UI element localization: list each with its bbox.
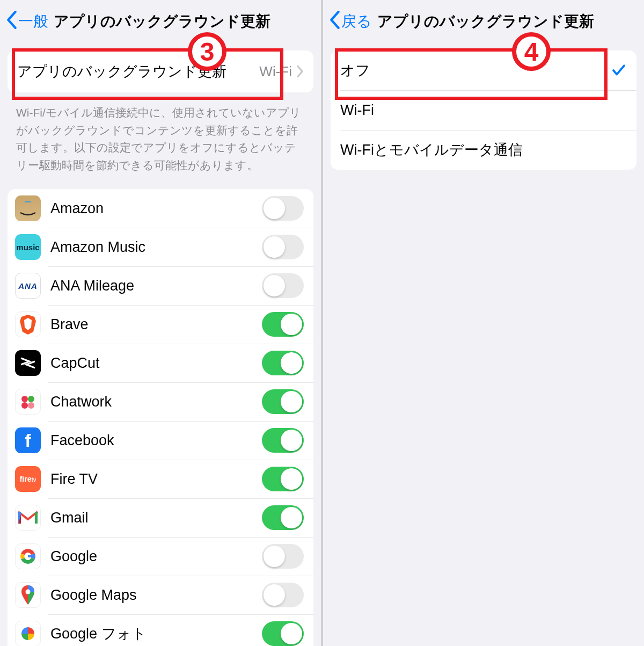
svg-point-3 [21,402,28,409]
app-row: Google フォト [8,614,313,646]
row-value: Wi-Fi [259,63,292,80]
chevron-left-icon [6,11,18,33]
background-refresh-row[interactable]: アプリのバックグラウンド更新 Wi-Fi [8,50,313,92]
app-name: CapCut [50,355,262,372]
section-footer: Wi-Fi/モバイル通信接続中に、使用されていないアプリがバックグラウンドでコン… [0,100,321,182]
svg-point-1 [21,396,28,402]
app-name: Amazon Music [50,239,262,256]
firetv-icon: firetv [15,466,41,492]
amazonmusic-icon: music [15,234,41,260]
main-section: アプリのバックグラウンド更新 Wi-Fi [8,50,313,92]
app-row: Brave [8,305,313,344]
svg-rect-7 [28,555,35,557]
app-list: AmazonmusicAmazon MusicANAANA MileageBra… [8,189,313,646]
option-label: オフ [340,61,611,80]
app-row: CapCut [8,344,313,382]
capcut-icon [15,350,41,376]
option-row[interactable]: Wi-Fi [331,90,636,130]
checkmark-icon [611,62,627,78]
app-row: fFacebook [8,421,313,460]
option-row[interactable]: Wi-Fiとモバイルデータ通信 [331,130,636,170]
googlephotos-icon [15,621,41,646]
toggle-switch[interactable] [262,351,304,375]
nav-bar: 一般 アプリのバックグラウンド更新 [0,0,321,43]
amazon-icon [15,195,41,221]
app-row: ANAANA Mileage [8,266,313,305]
app-name: Gmail [50,510,262,526]
app-name: Google フォト [50,624,262,643]
facebook-icon: f [15,427,41,453]
chevron-left-icon [330,11,341,33]
svg-point-4 [28,402,34,409]
app-name: Fire TV [50,471,262,488]
nav-bar: 戻る アプリのバックグラウンド更新 [323,0,644,43]
toggle-switch[interactable] [262,196,304,221]
option-row[interactable]: オフ [331,50,636,90]
back-button[interactable]: 一般 [6,11,48,33]
back-button[interactable]: 戻る [330,11,372,33]
page-title: アプリのバックグラウンド更新 [54,11,270,32]
app-row: Amazon [8,189,313,228]
app-name: Amazon [50,200,262,217]
chatwork-icon [15,389,41,415]
toggle-switch[interactable] [262,428,304,453]
app-name: Google Maps [50,587,262,604]
app-name: Google [50,548,262,565]
ana-icon: ANA [15,273,41,299]
brave-icon [15,311,41,337]
toggle-switch[interactable] [262,467,304,491]
toggle-switch[interactable] [262,312,304,337]
app-name: ANA Mileage [50,278,262,294]
svg-rect-0 [25,201,31,202]
app-row: firetvFire TV [8,460,313,498]
app-row: Google [8,537,313,576]
back-label: 戻る [341,11,372,32]
option-label: Wi-Fi [340,102,627,119]
app-row: musicAmazon Music [8,228,313,266]
svg-point-8 [26,590,31,594]
left-pane: 一般 アプリのバックグラウンド更新 3 アプリのバックグラウンド更新 Wi-Fi… [0,0,321,646]
google-icon [15,543,41,569]
chevron-right-icon [296,66,304,77]
right-pane: 戻る アプリのバックグラウンド更新 4 オフWi-FiWi-Fiとモバイルデータ… [323,0,644,646]
app-name: Brave [50,316,262,333]
app-name: Chatwork [50,394,262,410]
back-label: 一般 [18,11,48,32]
toggle-switch[interactable] [262,389,304,414]
app-row: Chatwork [8,382,313,421]
app-row: Google Maps [8,576,313,614]
svg-rect-6 [35,512,38,524]
page-title: アプリのバックグラウンド更新 [377,11,594,32]
toggle-switch[interactable] [262,583,304,607]
row-label: アプリのバックグラウンド更新 [17,62,259,81]
toggle-switch[interactable] [262,505,304,530]
option-list: オフWi-FiWi-Fiとモバイルデータ通信 [331,50,636,170]
option-label: Wi-Fiとモバイルデータ通信 [340,140,627,159]
toggle-switch[interactable] [262,273,304,298]
gmail-icon [15,505,41,531]
toggle-switch[interactable] [262,235,304,259]
toggle-switch[interactable] [262,544,304,569]
svg-point-2 [28,396,34,402]
app-row: Gmail [8,498,313,537]
app-name: Facebook [50,432,262,449]
googlemaps-icon [15,582,41,608]
toggle-switch[interactable] [262,621,304,646]
